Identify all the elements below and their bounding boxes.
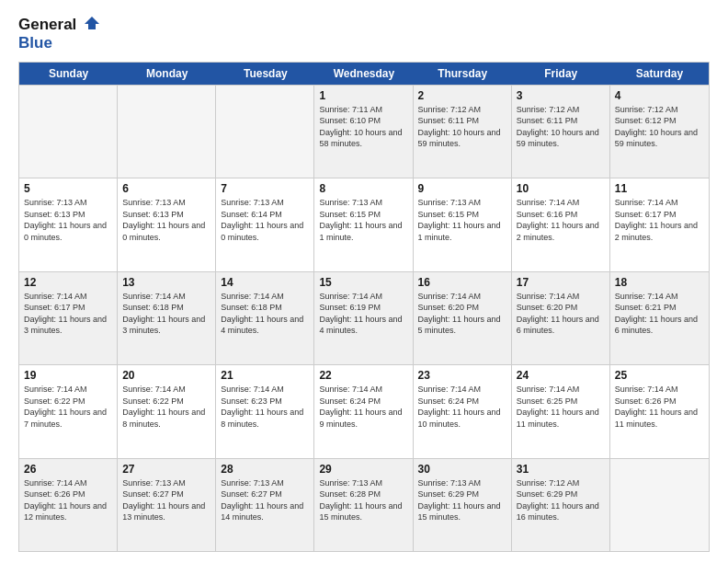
cell-info: Sunrise: 7:13 AMSunset: 6:28 PMDaylight:…	[319, 478, 402, 523]
weekday-header: Saturday	[610, 63, 709, 85]
calendar-cell: 20 Sunrise: 7:14 AMSunset: 6:22 PMDaylig…	[118, 365, 216, 457]
weekday-header: Friday	[512, 63, 610, 85]
calendar-row: 26 Sunrise: 7:14 AMSunset: 6:26 PMDaylig…	[19, 458, 709, 551]
cell-info: Sunrise: 7:13 AMSunset: 6:27 PMDaylight:…	[221, 478, 303, 523]
cell-info: Sunrise: 7:13 AMSunset: 6:13 PMDaylight:…	[122, 198, 205, 242]
cell-info: Sunrise: 7:13 AMSunset: 6:27 PMDaylight:…	[122, 478, 205, 523]
day-number: 7	[221, 182, 309, 195]
cell-info: Sunrise: 7:14 AMSunset: 6:20 PMDaylight:…	[418, 292, 501, 336]
calendar-body: 1 Sunrise: 7:11 AMSunset: 6:10 PMDayligh…	[19, 85, 709, 551]
cell-info: Sunrise: 7:14 AMSunset: 6:26 PMDaylight:…	[615, 385, 698, 429]
day-number: 8	[319, 182, 407, 195]
calendar-cell: 29 Sunrise: 7:13 AMSunset: 6:28 PMDaylig…	[314, 459, 413, 551]
calendar-cell: 27 Sunrise: 7:13 AMSunset: 6:27 PMDaylig…	[118, 459, 216, 551]
calendar-cell: 30 Sunrise: 7:13 AMSunset: 6:29 PMDaylig…	[414, 459, 512, 551]
cell-info: Sunrise: 7:12 AMSunset: 6:11 PMDaylight:…	[418, 105, 501, 149]
calendar-cell: 11 Sunrise: 7:14 AMSunset: 6:17 PMDaylig…	[610, 178, 709, 270]
day-number: 25	[615, 369, 704, 382]
day-number: 31	[517, 463, 605, 476]
calendar-cell: 17 Sunrise: 7:14 AMSunset: 6:20 PMDaylig…	[512, 272, 610, 364]
calendar-cell: 13 Sunrise: 7:14 AMSunset: 6:18 PMDaylig…	[118, 272, 216, 364]
day-number: 27	[122, 463, 210, 476]
day-number: 20	[122, 369, 210, 382]
calendar-cell: 16 Sunrise: 7:14 AMSunset: 6:20 PMDaylig…	[414, 272, 512, 364]
cell-info: Sunrise: 7:14 AMSunset: 6:17 PMDaylight:…	[615, 198, 698, 242]
cell-info: Sunrise: 7:12 AMSunset: 6:12 PMDaylight:…	[615, 105, 698, 149]
cell-info: Sunrise: 7:12 AMSunset: 6:11 PMDaylight:…	[517, 105, 599, 149]
calendar-cell: 5 Sunrise: 7:13 AMSunset: 6:13 PMDayligh…	[19, 178, 118, 270]
cell-info: Sunrise: 7:13 AMSunset: 6:29 PMDaylight:…	[418, 478, 501, 523]
calendar-cell: 15 Sunrise: 7:14 AMSunset: 6:19 PMDaylig…	[314, 272, 413, 364]
calendar-cell: 1 Sunrise: 7:11 AMSunset: 6:10 PMDayligh…	[314, 86, 413, 178]
calendar-cell: 12 Sunrise: 7:14 AMSunset: 6:17 PMDaylig…	[19, 272, 118, 364]
calendar-cell: 2 Sunrise: 7:12 AMSunset: 6:11 PMDayligh…	[414, 86, 512, 178]
calendar-cell: 19 Sunrise: 7:14 AMSunset: 6:22 PMDaylig…	[19, 365, 118, 457]
cell-info: Sunrise: 7:14 AMSunset: 6:17 PMDaylight:…	[24, 292, 107, 336]
cell-info: Sunrise: 7:13 AMSunset: 6:13 PMDaylight:…	[24, 198, 107, 242]
cell-info: Sunrise: 7:14 AMSunset: 6:19 PMDaylight:…	[319, 292, 402, 336]
day-number: 12	[24, 276, 112, 289]
day-number: 22	[319, 369, 407, 382]
day-number: 17	[517, 276, 605, 289]
calendar-cell: 24 Sunrise: 7:14 AMSunset: 6:25 PMDaylig…	[512, 365, 610, 457]
day-number: 30	[418, 463, 506, 476]
logo-bird-icon	[79, 15, 99, 35]
calendar-cell	[216, 86, 314, 178]
day-number: 9	[418, 182, 506, 195]
day-number: 14	[221, 276, 309, 289]
calendar-row: 1 Sunrise: 7:11 AMSunset: 6:10 PMDayligh…	[19, 85, 709, 178]
calendar-cell: 28 Sunrise: 7:13 AMSunset: 6:27 PMDaylig…	[216, 459, 314, 551]
calendar-row: 5 Sunrise: 7:13 AMSunset: 6:13 PMDayligh…	[19, 178, 709, 270]
calendar-header: SundayMondayTuesdayWednesdayThursdayFrid…	[19, 63, 709, 85]
cell-info: Sunrise: 7:14 AMSunset: 6:22 PMDaylight:…	[122, 385, 205, 429]
calendar-row: 12 Sunrise: 7:14 AMSunset: 6:17 PMDaylig…	[19, 271, 709, 364]
calendar: SundayMondayTuesdayWednesdayThursdayFrid…	[18, 62, 710, 552]
calendar-cell	[118, 86, 216, 178]
calendar-row: 19 Sunrise: 7:14 AMSunset: 6:22 PMDaylig…	[19, 364, 709, 457]
weekday-header: Sunday	[19, 63, 118, 85]
weekday-header: Tuesday	[216, 63, 314, 85]
calendar-cell: 10 Sunrise: 7:14 AMSunset: 6:16 PMDaylig…	[512, 178, 610, 270]
day-number: 11	[615, 182, 704, 195]
calendar-cell: 25 Sunrise: 7:14 AMSunset: 6:26 PMDaylig…	[610, 365, 709, 457]
cell-info: Sunrise: 7:14 AMSunset: 6:22 PMDaylight:…	[24, 385, 107, 429]
header: General Blue	[18, 15, 710, 52]
calendar-cell: 23 Sunrise: 7:14 AMSunset: 6:24 PMDaylig…	[414, 365, 512, 457]
day-number: 28	[221, 463, 309, 476]
calendar-cell	[19, 86, 118, 178]
calendar-cell: 6 Sunrise: 7:13 AMSunset: 6:13 PMDayligh…	[118, 178, 216, 270]
cell-info: Sunrise: 7:14 AMSunset: 6:18 PMDaylight:…	[122, 292, 205, 336]
weekday-header: Wednesday	[314, 63, 413, 85]
cell-info: Sunrise: 7:14 AMSunset: 6:24 PMDaylight:…	[418, 385, 501, 429]
calendar-cell: 7 Sunrise: 7:13 AMSunset: 6:14 PMDayligh…	[216, 178, 314, 270]
cell-info: Sunrise: 7:12 AMSunset: 6:29 PMDaylight:…	[517, 478, 599, 523]
day-number: 26	[24, 463, 112, 476]
day-number: 3	[517, 89, 605, 102]
page: General Blue SundayMondayTuesdayWednesda…	[0, 0, 728, 563]
day-number: 1	[319, 89, 407, 102]
calendar-cell: 9 Sunrise: 7:13 AMSunset: 6:15 PMDayligh…	[414, 178, 512, 270]
cell-info: Sunrise: 7:14 AMSunset: 6:16 PMDaylight:…	[517, 198, 599, 242]
cell-info: Sunrise: 7:14 AMSunset: 6:24 PMDaylight:…	[319, 385, 402, 429]
day-number: 13	[122, 276, 210, 289]
cell-info: Sunrise: 7:11 AMSunset: 6:10 PMDaylight:…	[319, 105, 402, 149]
cell-info: Sunrise: 7:14 AMSunset: 6:25 PMDaylight:…	[517, 385, 599, 429]
cell-info: Sunrise: 7:13 AMSunset: 6:15 PMDaylight:…	[418, 198, 501, 242]
cell-info: Sunrise: 7:13 AMSunset: 6:15 PMDaylight:…	[319, 198, 402, 242]
logo: General Blue	[18, 15, 99, 52]
weekday-header: Monday	[118, 63, 216, 85]
weekday-header: Thursday	[414, 63, 512, 85]
cell-info: Sunrise: 7:14 AMSunset: 6:26 PMDaylight:…	[24, 478, 107, 523]
calendar-cell: 4 Sunrise: 7:12 AMSunset: 6:12 PMDayligh…	[610, 86, 709, 178]
day-number: 15	[319, 276, 407, 289]
day-number: 6	[122, 182, 210, 195]
day-number: 19	[24, 369, 112, 382]
calendar-cell: 21 Sunrise: 7:14 AMSunset: 6:23 PMDaylig…	[216, 365, 314, 457]
day-number: 18	[615, 276, 704, 289]
calendar-cell: 14 Sunrise: 7:14 AMSunset: 6:18 PMDaylig…	[216, 272, 314, 364]
cell-info: Sunrise: 7:14 AMSunset: 6:23 PMDaylight:…	[221, 385, 303, 429]
day-number: 4	[615, 89, 704, 102]
day-number: 24	[517, 369, 605, 382]
calendar-cell: 22 Sunrise: 7:14 AMSunset: 6:24 PMDaylig…	[314, 365, 413, 457]
calendar-cell	[610, 459, 709, 551]
